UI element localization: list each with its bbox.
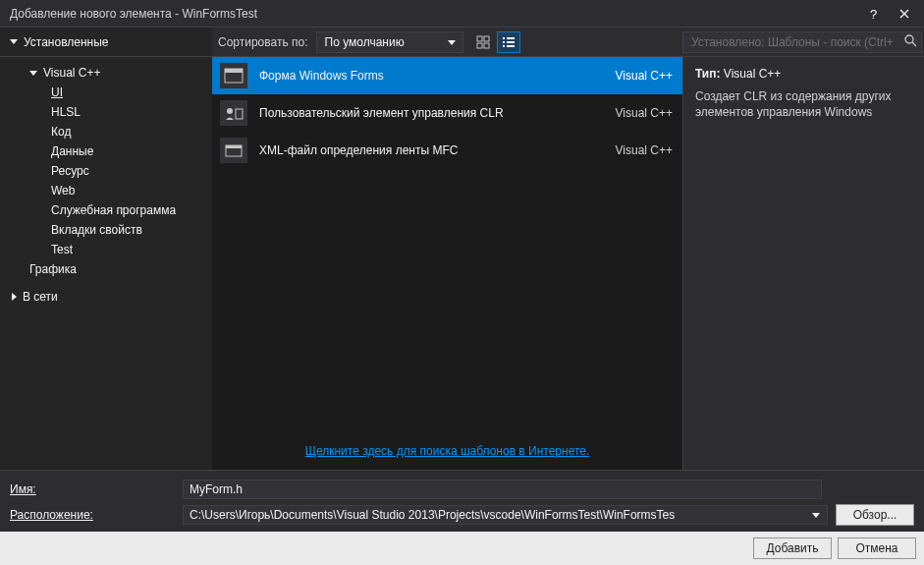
type-line: Тип: Visual C++ [695,67,912,81]
chevron-down-icon [10,39,18,44]
list-view-button[interactable] [497,31,520,53]
user-control-icon [220,100,247,126]
tree-label: Web [51,184,75,198]
template-row[interactable]: Форма Windows Forms Visual C++ [212,57,682,94]
svg-rect-13 [225,69,243,73]
type-value: Visual C++ [724,67,781,81]
tree-node-visual-cpp[interactable]: Visual C++ [0,63,212,83]
svg-rect-9 [507,41,515,43]
browse-button[interactable]: Обзор... [836,504,914,526]
type-label: Тип: [695,67,721,81]
svg-text:?: ? [870,7,877,21]
template-list: Форма Windows Forms Visual C++ Пользоват… [212,57,682,434]
tree-node-test[interactable]: Test [0,240,212,259]
svg-rect-15 [236,109,243,119]
template-name: XML-файл определения ленты MFC [259,143,604,157]
chevron-right-icon [12,293,17,301]
toolbar-middle: Сортировать по: По умолчанию [212,28,682,56]
form-icon [220,63,247,88]
footer-fields: Имя: Расположение: C:\Users\Игорь\Docume… [0,470,924,532]
tree-label: Код [51,125,71,139]
template-description: Создает CLR из содержания других элемент… [695,88,912,120]
svg-rect-1 [477,36,482,41]
tree-node-data[interactable]: Данные [0,141,212,161]
search-icon[interactable] [904,34,917,50]
help-icon[interactable]: ? [857,2,889,26]
template-name: Пользовательский элемент управления CLR [259,106,604,120]
sort-by-dropdown[interactable]: По умолчанию [316,31,463,53]
chevron-down-icon [29,71,37,76]
svg-rect-17 [226,145,242,148]
category-tree: Visual C++ UI HLSL Код Данные Ресурс Web… [0,57,212,470]
tree-node-hlsl[interactable]: HLSL [0,102,212,122]
tree-node-graphics[interactable]: Графика [0,259,212,279]
svg-rect-3 [477,43,482,48]
tree-label: Visual C++ [43,66,100,80]
tree-label: В сети [23,290,58,304]
details-panel: Тип: Visual C++ Создает CLR из содержани… [682,57,924,470]
add-button[interactable]: Добавить [753,537,832,559]
titlebar: Добавление нового элемента - WinFormsTes… [0,0,924,28]
dialog-buttons: Добавить Отмена [0,532,924,565]
svg-point-14 [227,108,233,114]
tree-node-propsheets[interactable]: Вкладки свойств [0,220,212,240]
search-container: Установлено: Шаблоны - поиск (Ctrl+ [682,28,924,56]
sort-by-value: По умолчанию [325,35,405,49]
location-value: C:\Users\Игорь\Documents\Visual Studio 2… [190,508,675,522]
tree-node-code[interactable]: Код [0,122,212,141]
svg-rect-2 [484,36,489,41]
tree-node-ui[interactable]: UI [0,83,212,102]
tree-label: Графика [29,262,77,276]
template-lang: Visual C++ [616,143,673,157]
location-dropdown[interactable]: C:\Users\Игорь\Documents\Visual Studio 2… [183,505,828,525]
svg-point-11 [905,35,913,43]
close-icon[interactable] [889,2,920,26]
tree-node-resource[interactable]: Ресурс [0,161,212,181]
tree-label: Ресурс [51,164,89,178]
tree-node-utility[interactable]: Служебная программа [0,200,212,220]
svg-rect-6 [503,41,505,43]
grid-view-button[interactable] [471,31,495,53]
online-search-link[interactable]: Щелкните здесь для поиска шаблонов в Инт… [305,444,590,458]
tree-label: Test [51,243,73,256]
svg-rect-7 [503,45,505,47]
tree-label: UI [51,85,63,99]
svg-rect-8 [507,37,515,39]
location-label: Расположение: [10,508,175,522]
name-input[interactable] [183,480,822,499]
svg-rect-4 [484,43,489,48]
toolbar: Установленные Сортировать по: По умолчан… [0,28,924,57]
tree-label: Служебная программа [51,203,176,217]
sort-by-label: Сортировать по: [218,35,308,49]
template-lang: Visual C++ [616,106,673,120]
name-label: Имя: [10,482,175,496]
installed-header[interactable]: Установленные [0,28,212,56]
search-input[interactable]: Установлено: Шаблоны - поиск (Ctrl+ [682,31,922,53]
tree-node-web[interactable]: Web [0,181,212,200]
template-row[interactable]: XML-файл определения ленты MFC Visual C+… [212,132,682,169]
cancel-button[interactable]: Отмена [838,537,916,559]
tree-label: Вкладки свойств [51,223,142,237]
tree-label: HLSL [51,105,81,119]
online-search-link-container: Щелкните здесь для поиска шаблонов в Инт… [212,434,682,470]
template-name: Форма Windows Forms [259,69,604,83]
window-title: Добавление нового элемента - WinFormsTes… [10,7,857,21]
installed-label: Установленные [24,35,108,49]
svg-rect-10 [507,45,515,47]
template-panel: Форма Windows Forms Visual C++ Пользоват… [212,57,682,470]
template-row[interactable]: Пользовательский элемент управления CLR … [212,94,682,132]
view-mode-toggle [471,31,520,53]
template-lang: Visual C++ [616,69,673,83]
svg-rect-5 [503,37,505,39]
tree-node-online[interactable]: В сети [0,287,212,307]
ribbon-xml-icon [220,138,247,163]
search-placeholder: Установлено: Шаблоны - поиск (Ctrl+ [691,35,894,49]
tree-label: Данные [51,144,93,158]
